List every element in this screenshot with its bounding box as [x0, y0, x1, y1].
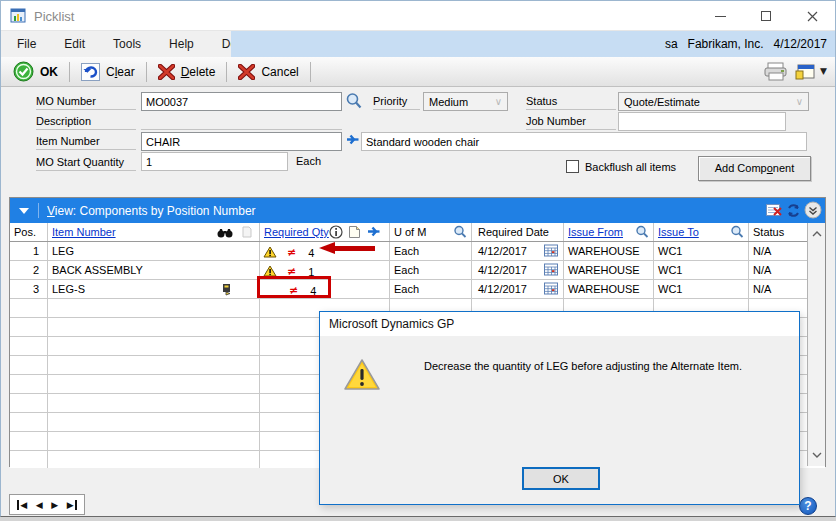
backflush-label: Backflush all items: [585, 161, 676, 173]
attachment-icon[interactable]: [241, 225, 253, 241]
mo-start-uofm: Each: [296, 155, 321, 167]
action-toolbar: OK Clear Delete Cancel ▼: [1, 57, 835, 87]
grid-header: Pos. Item Number Required Qty: [10, 223, 825, 242]
note-icon[interactable]: [348, 225, 361, 241]
dialog-message: Decrease the quantity of LEG before adju…: [424, 360, 742, 372]
nav-first-button[interactable]: ◀: [17, 500, 27, 510]
mo-start-qty-label: MO Start Quantity: [36, 154, 136, 171]
collapse-circle-icon[interactable]: [804, 201, 822, 219]
clear-undo-icon: [81, 63, 100, 81]
col-required-qty[interactable]: Required Qty: [260, 223, 390, 241]
close-icon: [807, 11, 818, 22]
view-dropdown-icon[interactable]: [19, 208, 29, 214]
session-company[interactable]: Fabrikam, Inc.: [688, 37, 764, 51]
item-drilldown-button[interactable]: [346, 133, 360, 148]
maximize-button[interactable]: [743, 1, 789, 31]
nav-next-button[interactable]: ▶: [51, 500, 58, 510]
ok-label: OK: [40, 65, 58, 79]
ok-check-icon: [13, 61, 34, 82]
uofm-lookup-icon[interactable]: [453, 225, 467, 241]
item-number-field[interactable]: CHAIR: [141, 132, 342, 151]
issue-from-lookup-icon[interactable]: [635, 225, 649, 241]
dialog-title: Microsoft Dynamics GP: [320, 312, 799, 336]
status-label: Status: [526, 93, 616, 110]
dialog-ok-button[interactable]: OK: [522, 467, 600, 490]
annotation-arrow: [319, 242, 375, 255]
note-window-icon[interactable]: [795, 63, 815, 80]
table-row-leg-s[interactable]: 3 LEG-S ≠ 4 Each 4/12/2017 WAREHOUSE WC1…: [10, 280, 825, 299]
scroll-up-icon[interactable]: [812, 227, 822, 239]
item-description-field: Standard wooden chair: [361, 132, 807, 151]
session-info-bar: sa Fabrikam, Inc. 4/12/2017: [231, 31, 835, 57]
clear-button[interactable]: Clear: [72, 60, 144, 84]
delete-button[interactable]: Delete: [149, 60, 225, 84]
picklist-window: Picklist File Edit Tools Help Debug sa F…: [0, 0, 836, 517]
minimize-icon: [715, 16, 726, 17]
ok-button[interactable]: OK: [4, 60, 67, 84]
table-row-leg[interactable]: 1 LEG ≠ 4 Each 4/12/2017 WAREHOUSE WC1 N…: [10, 242, 825, 261]
title-bar: Picklist: [1, 1, 835, 31]
dynamics-gp-dialog: Microsoft Dynamics GP Decrease the quant…: [319, 311, 800, 505]
table-row-back-assembly[interactable]: 2 BACK ASSEMBLY ≠ 1 Each 4/12/2017 WAREH…: [10, 261, 825, 280]
cancel-label: Cancel: [261, 65, 298, 79]
window-title: Picklist: [34, 9, 74, 24]
cancel-button[interactable]: Cancel: [229, 60, 307, 84]
job-number-field[interactable]: [618, 112, 786, 131]
job-number-label: Job Number: [526, 113, 616, 130]
mo-start-qty-field[interactable]: 1: [141, 152, 288, 171]
chevron-down-icon: ∨: [495, 96, 502, 107]
calendar-icon[interactable]: [544, 244, 558, 259]
session-date[interactable]: 4/12/2017: [774, 37, 827, 51]
app-icon: [10, 8, 27, 24]
calendar-icon[interactable]: [544, 263, 558, 278]
calendar-icon[interactable]: [544, 282, 558, 297]
description-label: Description: [36, 113, 136, 130]
alternate-item-icon: [222, 283, 232, 298]
add-component-button[interactable]: Add Component: [698, 156, 811, 181]
info-icon[interactable]: [329, 225, 343, 241]
delete-x-icon: [158, 64, 175, 80]
print-icon[interactable]: [764, 61, 790, 81]
priority-dropdown[interactable]: Medium∨: [423, 92, 508, 111]
minimize-button[interactable]: [697, 1, 743, 31]
grid-scrollbar[interactable]: [807, 223, 825, 466]
chevron-down-icon: ∨: [796, 96, 803, 107]
lookup-magnifier-icon: [345, 92, 362, 110]
mo-number-lookup-button[interactable]: [345, 92, 362, 112]
col-issue-from[interactable]: Issue From: [564, 223, 654, 241]
find-binoculars-icon[interactable]: [217, 226, 233, 240]
menu-help[interactable]: Help: [155, 31, 208, 57]
menu-bar: File Edit Tools Help Debug sa Fabrikam, …: [1, 31, 835, 57]
toolbar-separator: [226, 62, 227, 82]
blue-arrow-icon: [346, 133, 360, 146]
record-navigator: ◀ ◀ ▶ ▶: [9, 494, 85, 515]
menu-file[interactable]: File: [1, 31, 50, 57]
expand-arrow-icon[interactable]: [367, 225, 381, 240]
scroll-down-icon[interactable]: [812, 448, 822, 460]
session-user: sa: [665, 37, 678, 51]
issue-to-lookup-icon[interactable]: [730, 225, 744, 241]
col-issue-to[interactable]: Issue To: [654, 223, 749, 241]
delete-row-icon[interactable]: [766, 203, 783, 217]
status-dropdown[interactable]: Quote/Estimate∨: [618, 92, 809, 111]
close-button[interactable]: [789, 1, 835, 31]
clear-label: C: [106, 65, 115, 79]
toolbar-separator: [146, 62, 147, 82]
menu-edit[interactable]: Edit: [50, 31, 99, 57]
toolbar-dropdown-caret[interactable]: ▼: [820, 66, 827, 76]
menu-tools[interactable]: Tools: [99, 31, 155, 57]
grid-view-bar: View: Components by Position Number: [10, 198, 825, 223]
nav-last-button[interactable]: ▶: [67, 500, 77, 510]
priority-label: Priority: [373, 93, 420, 110]
nav-previous-button[interactable]: ◀: [36, 500, 43, 510]
maximize-icon: [761, 11, 771, 21]
toolbar-separator: [69, 62, 70, 82]
mo-number-field[interactable]: MO0037: [141, 92, 342, 111]
refresh-icon[interactable]: [786, 203, 801, 218]
not-equal-icon: ≠: [287, 246, 296, 259]
description-field[interactable]: [141, 113, 342, 130]
help-button[interactable]: ?: [799, 497, 817, 515]
backflush-checkbox[interactable]: [566, 160, 579, 173]
col-item-number[interactable]: Item Number: [48, 223, 260, 241]
annotation-highlight-box: [257, 276, 331, 298]
